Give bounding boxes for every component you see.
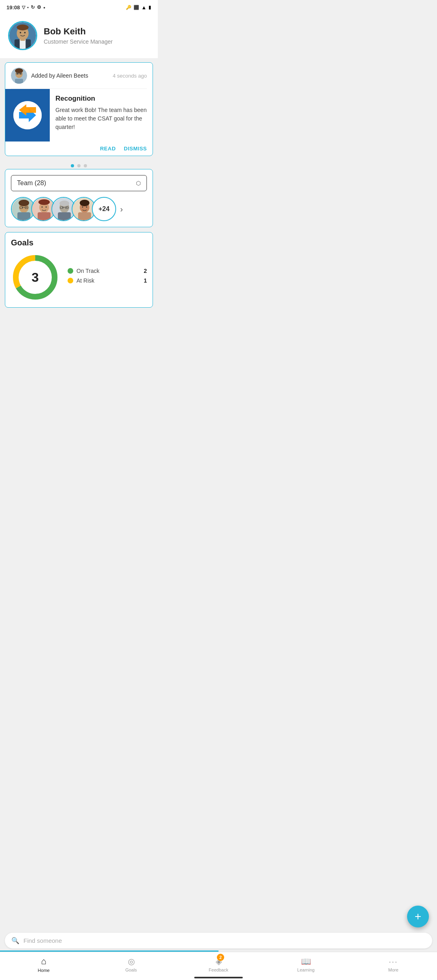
dot-2[interactable] <box>77 164 81 167</box>
aileen-avatar <box>11 68 27 84</box>
arrows-svg <box>13 101 42 129</box>
team-selector-text: Team (28) <box>17 180 46 187</box>
svg-point-28 <box>26 207 27 208</box>
goals-card: Goals 3 On Track 2 <box>5 232 153 308</box>
android-icon: ⚙ <box>37 4 41 10</box>
svg-rect-47 <box>78 212 91 221</box>
wifi-icon: ▲ <box>141 4 146 11</box>
recognition-card: Added by Aileen Beets 4 seconds ago Re <box>5 62 153 156</box>
svg-point-37 <box>59 201 69 206</box>
svg-point-7 <box>24 32 26 34</box>
aileen-avatar-image <box>11 68 27 84</box>
svg-point-6 <box>20 32 21 34</box>
svg-rect-38 <box>58 212 71 221</box>
dot-1[interactable] <box>71 164 74 167</box>
square-icon: ▪ <box>27 5 29 10</box>
goals-content: 3 On Track 2 At Risk 1 <box>11 253 147 302</box>
at-risk-dot <box>68 278 73 283</box>
svg-point-22 <box>19 200 29 206</box>
at-risk-count: 1 <box>144 277 147 284</box>
svg-rect-23 <box>17 212 30 221</box>
profile-name: Bob Keith <box>44 26 150 37</box>
goals-total: 3 <box>32 270 39 285</box>
team-more-badge[interactable]: +24 <box>92 197 116 221</box>
svg-point-43 <box>66 207 67 208</box>
profile-header: Bob Keith Customer Service Manager <box>0 15 158 58</box>
card-actions: READ DISMISS <box>5 142 153 156</box>
card-header-left: Added by Aileen Beets <box>11 68 88 84</box>
team-card: Team (28) ⬡ <box>5 169 153 227</box>
recognition-text-area: Recognition Great work Bob! The team has… <box>50 89 153 142</box>
on-track-dot <box>68 268 73 274</box>
legend-on-track: On Track 2 <box>68 268 147 274</box>
team-selector[interactable]: Team (28) ⬡ <box>11 175 147 191</box>
svg-point-27 <box>22 207 23 208</box>
on-track-count: 2 <box>144 268 147 274</box>
at-risk-label: At Risk <box>76 277 140 284</box>
svg-point-10 <box>15 68 23 73</box>
svg-rect-11 <box>15 79 23 84</box>
status-right-icons: 🔑 ⬛ ▲ ▮ <box>126 4 151 11</box>
svg-point-5 <box>17 25 28 31</box>
recognition-icon-area <box>5 89 50 142</box>
svg-point-48 <box>82 207 83 208</box>
key-icon: 🔑 <box>126 5 132 10</box>
dots-indicator <box>5 161 153 169</box>
read-button[interactable]: READ <box>100 146 116 152</box>
profile-info: Bob Keith Customer Service Manager <box>44 26 150 45</box>
svg-point-34 <box>46 207 47 208</box>
svg-rect-32 <box>38 212 51 221</box>
battery-icon: ▮ <box>148 4 151 10</box>
signal-icon: ▽ <box>22 5 25 10</box>
svg-point-33 <box>42 207 43 208</box>
chevron-updown-icon: ⬡ <box>136 180 141 186</box>
dismiss-button[interactable]: DISMISS <box>124 146 147 152</box>
profile-title: Customer Service Manager <box>44 38 150 45</box>
recognition-title: Recognition <box>55 95 147 103</box>
goals-legend: On Track 2 At Risk 1 <box>68 268 147 287</box>
timestamp: 4 seconds ago <box>112 73 147 79</box>
status-bar: 19:08 ▽ ▪ ↻ ⚙ • 🔑 ⬛ ▲ ▮ <box>0 0 158 15</box>
profile-avatar-image <box>9 22 36 49</box>
svg-point-42 <box>62 207 63 208</box>
recognition-body: Recognition Great work Bob! The team has… <box>5 89 153 142</box>
card-header: Added by Aileen Beets 4 seconds ago <box>5 63 153 89</box>
svg-point-12 <box>17 73 18 74</box>
dot-icon: • <box>43 4 45 11</box>
recognition-message: Great work Bob! The team has been able t… <box>55 106 147 131</box>
avatar <box>8 21 37 50</box>
recognition-arrows <box>13 101 42 129</box>
svg-point-31 <box>38 199 50 205</box>
legend-at-risk: At Risk 1 <box>68 277 147 284</box>
svg-point-46 <box>80 200 89 206</box>
goals-title: Goals <box>11 238 147 247</box>
added-by-text: Added by Aileen Beets <box>31 72 88 79</box>
main-content: Added by Aileen Beets 4 seconds ago Re <box>0 58 158 365</box>
refresh-icon: ↻ <box>31 4 35 10</box>
svg-point-13 <box>20 73 21 74</box>
team-extra-count: +24 <box>98 205 109 213</box>
team-avatars-row: +24 › <box>11 197 147 221</box>
team-chevron-right[interactable]: › <box>120 205 123 214</box>
goals-chart: 3 <box>11 253 59 302</box>
dot-3[interactable] <box>84 164 87 167</box>
time-display: 19:08 <box>6 4 20 11</box>
cast-icon: ⬛ <box>134 5 139 10</box>
status-time: 19:08 ▽ ▪ ↻ ⚙ • <box>6 4 45 11</box>
on-track-label: On Track <box>76 268 140 274</box>
svg-point-49 <box>86 207 87 208</box>
